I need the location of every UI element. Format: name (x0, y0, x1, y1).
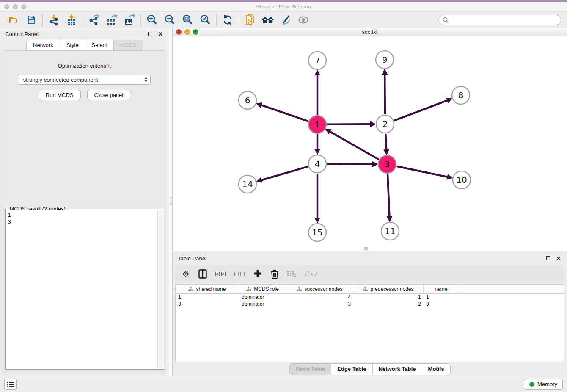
show-hide-icon[interactable] (297, 14, 309, 26)
export-image-icon[interactable] (124, 14, 135, 26)
column-header-predecessor-nodes[interactable]: predecessor nodes (353, 285, 424, 293)
network-close-button[interactable]: ✕ (176, 29, 182, 35)
search-input[interactable] (451, 17, 557, 23)
minimize-window-button[interactable] (13, 4, 18, 9)
float-table-panel-icon[interactable] (545, 255, 552, 262)
export-table-icon[interactable] (106, 14, 118, 26)
app-titlebar: Session: New Session (0, 2, 567, 12)
mcds-result-scrollbar[interactable] (157, 210, 163, 368)
horizontal-splitter[interactable] (172, 251, 567, 252)
table-row[interactable]: 3dominator323 (176, 301, 564, 307)
close-panel-button[interactable]: Close panel (87, 90, 131, 100)
memory-label: Memory (537, 381, 557, 387)
mcds-result-line: 3 (8, 218, 155, 225)
import-table-icon[interactable] (66, 14, 77, 26)
graph-edge-1-2[interactable] (327, 124, 370, 124)
control-panel-title: Control Panel (5, 31, 39, 37)
close-table-panel-icon[interactable]: ✕ (555, 255, 562, 262)
window-controls (4, 4, 26, 9)
close-panel-icon[interactable]: ✕ (157, 30, 164, 37)
table-cell: 3 (176, 301, 239, 307)
select-stepper-icon (144, 77, 148, 82)
search-box[interactable] (438, 15, 561, 25)
show-columns-icon[interactable] (198, 269, 207, 279)
function-builder-icon[interactable]: f(x) (304, 269, 316, 279)
column-header-successor-nodes[interactable]: successor nodes (286, 285, 353, 293)
vertical-splitter[interactable] (169, 28, 172, 376)
zoom-in-icon[interactable] (146, 14, 158, 26)
graph-edge-3-1[interactable] (330, 132, 379, 159)
zoom-fit-icon[interactable] (182, 14, 193, 26)
tab-edge-table[interactable]: Edge Table (331, 363, 372, 375)
attribute-icon (246, 287, 251, 291)
tab-motifs[interactable]: Motifs (422, 363, 451, 375)
close-window-button[interactable] (4, 4, 9, 9)
graph-edge-2-3[interactable] (385, 134, 386, 149)
control-panel: Control Panel ✕ NetworkStyleSelectMCDS O… (0, 28, 169, 376)
deselect-all-icon[interactable]: ☐☐ (234, 269, 245, 279)
table-settings-icon[interactable]: ⚙ (181, 269, 190, 279)
tab-node-table[interactable]: Node Table (289, 363, 331, 375)
network-minimize-button[interactable]: − (184, 29, 190, 35)
float-panel-icon[interactable] (147, 30, 154, 37)
maximize-window-button[interactable] (21, 4, 26, 9)
column-header-name[interactable]: name (424, 285, 459, 293)
graph-edge-4-3[interactable] (327, 164, 372, 164)
open-session-icon[interactable] (8, 14, 19, 26)
tab-mcds[interactable]: MCDS (113, 40, 143, 51)
visual-styles-icon[interactable] (280, 14, 292, 26)
network-hscroll-thumb[interactable] (364, 247, 368, 250)
table-cell: 3 (286, 301, 353, 307)
attribute-icon (188, 287, 193, 291)
table-cell: 3 (424, 301, 459, 307)
task-history-button[interactable] (4, 379, 17, 390)
memory-button[interactable]: Memory (524, 379, 563, 390)
refresh-icon[interactable] (222, 14, 234, 26)
tab-network-table[interactable]: Network Table (372, 363, 422, 375)
mcds-result-list[interactable]: 13 (6, 210, 157, 368)
table-cell: dominator (239, 294, 286, 300)
zoom-selected-icon[interactable] (199, 14, 211, 26)
graph-edge-3-10[interactable] (397, 166, 447, 177)
new-network-from-file-icon[interactable] (244, 14, 256, 26)
graph-edge-1-6[interactable] (261, 105, 308, 121)
graph-node-label: 14 (242, 179, 253, 189)
memory-status-icon (529, 382, 534, 387)
save-session-icon[interactable] (25, 14, 37, 26)
attribute-icon (363, 287, 368, 291)
graph-edge-4-14[interactable] (262, 166, 308, 180)
graph-edge-2-9[interactable] (385, 75, 385, 114)
network-canvas[interactable]: 7968124314101511 (173, 36, 567, 251)
delete-table-icon[interactable] (287, 269, 296, 279)
graph-node-label: 2 (383, 119, 388, 129)
table-tabs: Node TableEdge TableNetwork TableMotifs (173, 362, 567, 376)
graph-edge-2-8[interactable] (394, 100, 447, 120)
graph-node-label: 7 (315, 55, 320, 66)
table-cell: dominator (239, 301, 286, 307)
table-panel-title: Table Panel (178, 255, 206, 262)
delete-column-icon[interactable] (270, 269, 279, 279)
home-icon[interactable] (262, 14, 274, 26)
tab-network[interactable]: Network (26, 40, 60, 51)
criterion-select[interactable]: strongly connected component (19, 75, 151, 85)
table-row[interactable]: 1dominator411 (176, 294, 564, 301)
graph-edge-3-11[interactable] (388, 174, 389, 216)
import-network-icon[interactable] (48, 14, 60, 26)
column-header-shared-name[interactable]: shared name (176, 285, 239, 293)
select-all-icon[interactable]: ☑☑ (215, 269, 226, 279)
table-toolbar: ⚙ ☑☑ ☐☐ ✚ f(x) (175, 265, 564, 283)
tab-select[interactable]: Select (85, 40, 114, 51)
graph-node-label: 15 (312, 227, 322, 237)
column-header-MCDS-role[interactable]: MCDS role (239, 285, 286, 293)
network-window: ✕ − + scc.txt 7968124314101511 (172, 28, 567, 251)
network-maximize-button[interactable]: + (193, 29, 198, 35)
attribute-icon (297, 287, 302, 291)
zoom-out-icon[interactable] (164, 14, 176, 26)
run-mcds-button[interactable]: Run MCDS (39, 90, 81, 100)
export-network-icon[interactable] (88, 14, 100, 26)
graph-node-label: 8 (458, 90, 464, 100)
tab-style[interactable]: Style (60, 40, 85, 51)
add-column-icon[interactable]: ✚ (253, 269, 262, 279)
criterion-selected-value: strongly connected component (23, 77, 144, 83)
list-icon (7, 381, 14, 387)
